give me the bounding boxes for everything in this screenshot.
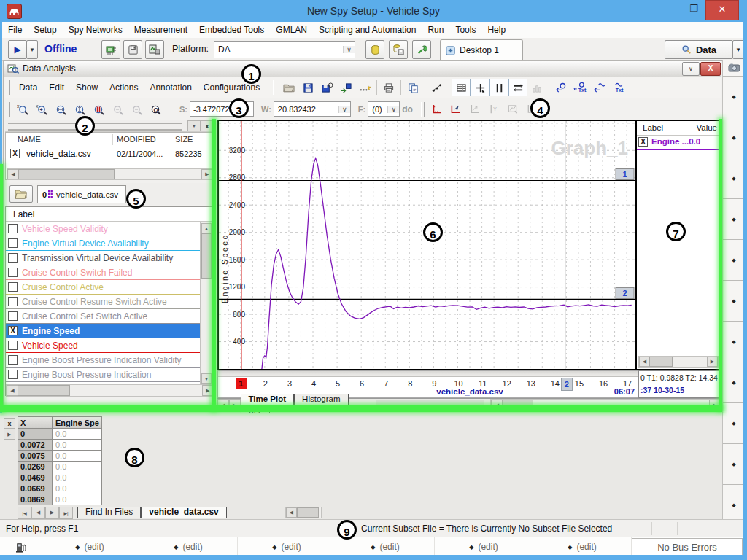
file-row[interactable]: X vehicle_data.csv 02/11/2004... 852235 (6, 147, 213, 161)
cell-x[interactable]: 0.0075 (18, 450, 53, 462)
zoom-cursors-button[interactable] (89, 101, 108, 118)
platform-setup-button[interactable] (145, 40, 164, 59)
maximize-button[interactable]: ❒ (683, 0, 705, 19)
dock-close-button[interactable]: x (4, 418, 15, 429)
zoom-previous-button[interactable] (127, 101, 146, 118)
label-checkbox[interactable] (8, 268, 18, 277)
value-panel-column-value[interactable]: Value (696, 123, 717, 132)
da-menu-annotation[interactable]: Annotation (144, 79, 197, 96)
edit-slot[interactable]: ◆(edit) (41, 537, 139, 556)
panel-grip[interactable] (8, 122, 182, 131)
minimize-button[interactable]: – (660, 0, 682, 19)
cell-value[interactable]: 0.0 (53, 494, 102, 505)
strip-slot[interactable]: ◆ (723, 443, 745, 484)
menu-embedded-tools[interactable]: Embedded Tools (193, 22, 270, 38)
measure-points-button[interactable] (427, 79, 446, 96)
open-folder-button[interactable] (9, 185, 33, 203)
database-save-button[interactable] (389, 40, 408, 59)
cursor-1-marker[interactable]: 1 (236, 378, 247, 389)
scroll-up-icon[interactable]: ▲ (201, 223, 212, 233)
scroll-left-icon[interactable]: ◀ (639, 357, 650, 367)
time-plot-chart[interactable]: Graph_1400800120016002000240028003200Eng… (219, 121, 635, 369)
zoom-restore-button[interactable]: x (13, 101, 32, 118)
toggle-horizontal-cursors-button[interactable] (508, 79, 527, 96)
menu-tools[interactable]: Tools (449, 22, 481, 38)
axis-scale-button[interactable] (465, 101, 484, 118)
table-row[interactable]: 00.0 (18, 428, 104, 440)
tab-time-plot[interactable]: Time Plot (241, 394, 295, 405)
dock-expand-icon[interactable]: ▶ (4, 429, 15, 440)
label-checkbox[interactable] (8, 297, 18, 306)
dock-hscrollbar[interactable]: ◀ (285, 507, 322, 518)
table-row[interactable]: 0.00720.0 (18, 439, 104, 451)
export-text-button[interactable]: Txt (608, 79, 627, 96)
save-as-button[interactable] (317, 79, 336, 96)
zoom-window-button[interactable]: x+ (32, 101, 51, 118)
strip-slot[interactable]: ◆ (723, 362, 745, 402)
cell-x[interactable]: 0.0669 (18, 483, 53, 494)
camera-icon[interactable] (723, 60, 745, 76)
cell-value[interactable]: 0.0 (53, 461, 102, 472)
scroll-down-icon[interactable]: ▼ (201, 373, 212, 384)
column-modified[interactable]: MODIFIED (117, 135, 156, 144)
column-name[interactable]: NAME (18, 135, 41, 144)
export-button[interactable] (336, 79, 355, 96)
database-button[interactable] (365, 40, 384, 59)
zoom-vertical-button[interactable] (70, 101, 89, 118)
edit-slot[interactable]: ◆(edit) (435, 537, 533, 556)
da-menu-actions[interactable]: Actions (104, 79, 144, 96)
da-dropdown-button[interactable]: ∨ (682, 62, 700, 76)
label-checkbox[interactable] (8, 355, 18, 365)
strip-slot[interactable]: ◆ (723, 280, 745, 321)
label-row-engine-virtual-device-availability[interactable]: Engine Virtual Device Availability (6, 236, 200, 251)
label-checkbox[interactable]: X (8, 326, 18, 335)
cell-value[interactable]: 0.0 (53, 483, 102, 494)
label-checkbox[interactable] (8, 253, 18, 262)
axis-pointer-button[interactable] (446, 101, 465, 118)
toolbar-grip[interactable] (273, 80, 276, 95)
cell-x[interactable]: 0.0869 (18, 494, 53, 505)
value-panel-row[interactable]: X Engine ...0.0 (637, 136, 720, 150)
da-menu-edit[interactable]: Edit (43, 79, 70, 96)
strip-slot[interactable]: ◆ (723, 484, 745, 525)
export-signal-button[interactable] (589, 79, 608, 96)
toolbar-grip[interactable] (7, 102, 10, 117)
open-file-button[interactable] (279, 79, 298, 96)
label-checkbox[interactable] (8, 224, 18, 233)
dock-tab-find-in-files[interactable]: Find In Files (77, 507, 141, 518)
data-view-button[interactable]: Data (665, 40, 733, 59)
strip-slot[interactable]: ◆ (723, 402, 745, 443)
edit-slot[interactable]: ◆(edit) (533, 537, 632, 556)
tab-histogram[interactable]: Histogram (294, 394, 348, 405)
cell-x[interactable]: 0.0469 (18, 472, 53, 483)
toolbar-grip[interactable] (421, 102, 425, 117)
cursor-2-marker[interactable]: 2 (561, 378, 573, 391)
strip-slot[interactable]: ◆ (723, 321, 745, 362)
value-panel-hscrollbar[interactable]: ◀ ▶ (638, 356, 719, 368)
toolbar-grip[interactable] (171, 102, 174, 117)
scroll-left-icon[interactable]: ◀ (7, 385, 18, 396)
label-row-engine-boost-pressure-indication-validity[interactable]: Engine Boost Pressure Indication Validit… (6, 353, 200, 368)
column-size[interactable]: SIZE (175, 135, 193, 144)
label-checkbox[interactable] (8, 238, 18, 248)
label-checkbox[interactable] (8, 341, 18, 350)
toggle-vertical-cursors-button[interactable] (489, 79, 508, 96)
table-row[interactable]: 0.00750.0 (18, 450, 104, 462)
hardware-icon-button[interactable] (101, 40, 120, 59)
edit-slot[interactable]: ◆(edit) (139, 537, 238, 556)
label-row-cruise-control-set-switch-active[interactable]: Cruise Control Set Switch Active (6, 309, 200, 324)
strip-slot[interactable]: ◆ (723, 198, 745, 239)
run-dropdown[interactable]: ▾ (26, 40, 38, 59)
da-close-button[interactable]: X (700, 62, 721, 76)
label-row-engine-speed[interactable]: XEngine Speed (6, 324, 200, 338)
label-row-cruise-control-active[interactable]: Cruise Control Active (6, 280, 200, 295)
label-row-vehicle-speed[interactable]: Vehicle Speed (6, 338, 200, 353)
width-select[interactable]: 20.832432 ∨ (274, 101, 351, 117)
series-checkbox[interactable]: X (638, 137, 648, 147)
import-signal-button[interactable] (551, 79, 570, 96)
cell-value[interactable]: 0.0 (53, 472, 102, 483)
menu-scripting-and-automation[interactable]: Scripting and Automation (313, 22, 422, 38)
label-row-engine-boost-pressure-indication[interactable]: Engine Boost Pressure Indication (6, 368, 200, 382)
run-button[interactable]: ▶ (8, 40, 27, 59)
scroll-right-icon[interactable]: ▶ (707, 357, 718, 367)
